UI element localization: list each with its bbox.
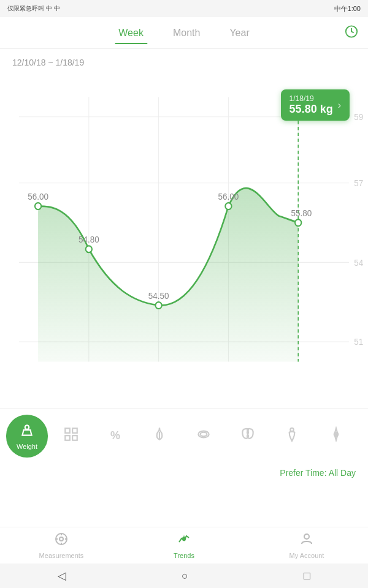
metric-weight[interactable]: Weight (6, 415, 48, 458)
metric-weight-label: Weight (17, 443, 37, 450)
clock-icon[interactable] (345, 24, 358, 41)
svg-point-24 (25, 425, 29, 429)
nav-trends-label: Trends (174, 552, 194, 559)
bodyfat-icon: % (110, 429, 120, 442)
metric-muscle[interactable] (139, 415, 180, 458)
svg-rect-27 (65, 435, 70, 440)
svg-text:56.00: 56.00 (28, 192, 48, 202)
status-bar: 仅限紧急呼叫 中 中 中午1:00 (0, 0, 368, 17)
svg-point-32 (290, 428, 293, 431)
nav-myaccount[interactable]: My Account (245, 527, 368, 564)
svg-point-10 (35, 203, 41, 209)
measurements-icon (54, 532, 69, 550)
visceral-icon (196, 426, 212, 446)
nav-measurements-label: Measurements (39, 552, 84, 559)
chart-container: 1/18/19 55.80 kg › (0, 77, 368, 408)
metrics-row: Weight % (0, 408, 368, 463)
svg-text:57: 57 (354, 179, 363, 188)
svg-rect-25 (65, 428, 70, 433)
metric-bmi[interactable] (50, 415, 92, 458)
tab-bar: Week Month Year (0, 17, 368, 49)
svg-point-31 (201, 432, 207, 436)
tab-week[interactable]: Week (104, 23, 158, 43)
kidney-icon (240, 426, 256, 446)
recent-button[interactable]: □ (304, 570, 310, 582)
weight-icon (19, 422, 35, 442)
metric-visceral[interactable] (183, 415, 224, 458)
tooltip-value: 55.80 kg (289, 103, 333, 116)
svg-rect-26 (72, 428, 77, 433)
svg-point-41 (304, 534, 309, 539)
svg-text:51: 51 (354, 337, 363, 347)
joint-icon (328, 426, 344, 446)
svg-point-13 (225, 203, 231, 209)
svg-rect-28 (72, 435, 77, 440)
svg-point-36 (59, 537, 63, 541)
date-range: 12/10/18 ~ 1/18/19 (0, 49, 368, 71)
metric-arm[interactable] (359, 415, 368, 458)
svg-text:54.50: 54.50 (148, 292, 169, 301)
body2-icon (284, 426, 300, 446)
system-nav: ◁ ○ □ (0, 564, 368, 588)
nav-trends[interactable]: Trends (123, 527, 245, 564)
metric-joint[interactable] (315, 415, 357, 458)
nav-myaccount-label: My Account (289, 552, 324, 559)
bottom-nav: Measurements Trends My Account (0, 527, 368, 564)
muscle-icon (151, 426, 167, 446)
svg-text:54: 54 (354, 258, 363, 268)
tooltip-arrow: › (338, 100, 341, 111)
svg-point-14 (295, 219, 301, 226)
svg-point-11 (86, 246, 92, 252)
tooltip-date: 1/18/19 (289, 94, 333, 103)
svg-text:56.00: 56.00 (218, 192, 239, 202)
svg-text:55.80: 55.80 (291, 209, 312, 218)
bmi-icon (63, 426, 79, 446)
trends-icon (177, 532, 191, 550)
svg-text:59: 59 (354, 113, 363, 122)
back-button[interactable]: ◁ (58, 569, 66, 582)
svg-text:54.80: 54.80 (79, 235, 99, 244)
svg-point-12 (155, 302, 161, 309)
prefer-time[interactable]: Prefer Time: All Day (0, 463, 368, 483)
home-button[interactable]: ○ (182, 570, 188, 582)
status-left: 仅限紧急呼叫 中 中 (7, 4, 60, 13)
metric-kidney[interactable] (227, 415, 269, 458)
chart-tooltip[interactable]: 1/18/19 55.80 kg › (281, 89, 350, 121)
tab-month[interactable]: Month (158, 23, 215, 43)
metric-bodyfat[interactable]: % (94, 415, 136, 458)
nav-measurements[interactable]: Measurements (0, 527, 123, 564)
metric-body2[interactable] (271, 415, 313, 458)
myaccount-icon (299, 532, 314, 550)
status-right: 中午1:00 (334, 4, 361, 13)
weight-chart: 56.00 54.80 54.50 56.00 55.80 59 57 54 5… (0, 77, 368, 408)
tab-year[interactable]: Year (215, 23, 264, 43)
